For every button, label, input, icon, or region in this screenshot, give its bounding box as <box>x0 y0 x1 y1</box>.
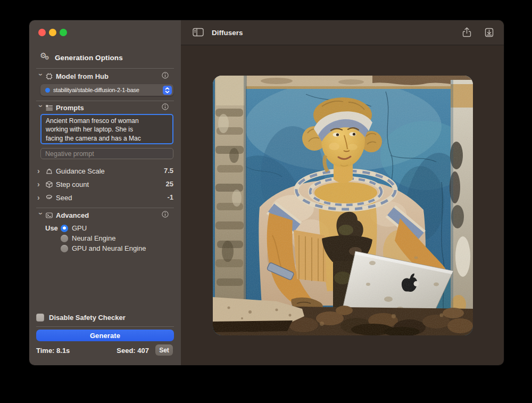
prompts-icon <box>45 104 53 112</box>
model-select-value: stabilityai/stable-diffusion-2-1-base <box>53 87 163 93</box>
radio-gpu[interactable] <box>61 225 68 232</box>
set-seed-button[interactable]: Set <box>155 344 173 356</box>
chevron-down-icon: › <box>37 105 45 111</box>
divider <box>36 68 174 69</box>
radio-gpu-and-neural-engine[interactable] <box>61 245 68 252</box>
divider <box>36 208 174 208</box>
advanced-section-header[interactable]: › Advanced <box>37 210 174 220</box>
prompt-line: working with her laptop. She is <box>46 125 168 134</box>
titlebar: Diffusers <box>181 20 504 45</box>
canvas-area <box>181 45 504 365</box>
disable-safety-checkbox[interactable] <box>36 314 44 322</box>
prompt-line: Ancient Roman fresco of woman <box>46 117 168 125</box>
close-button[interactable] <box>38 29 46 36</box>
model-dot-icon <box>45 88 50 93</box>
save-image-icon[interactable] <box>484 27 494 38</box>
model-select[interactable]: stabilityai/stable-diffusion-2-1-base <box>40 84 173 96</box>
gears-icon: ⚙⚙ <box>40 53 51 62</box>
fresco-illustration <box>213 76 473 335</box>
zoom-button[interactable] <box>60 29 67 36</box>
prompt-input[interactable]: Ancient Roman fresco of woman working wi… <box>40 114 173 144</box>
minimize-button[interactable] <box>49 29 56 36</box>
share-icon[interactable] <box>462 27 472 38</box>
app-window: ⚙⚙ Generation Options › Model from Hub <box>29 20 504 365</box>
guidance-scale-value: 7.5 <box>164 167 173 175</box>
cpu-icon <box>45 72 53 80</box>
step-count-label: Step count <box>56 180 89 188</box>
screen: ⚙⚙ Generation Options › Model from Hub <box>0 0 532 403</box>
prompts-section-header[interactable]: › Prompts <box>37 103 174 112</box>
seed-label: Seed <box>56 194 72 202</box>
popup-chevrons-icon <box>163 86 172 95</box>
prompt-line: facing the camera and has a Mac <box>46 134 168 143</box>
sidebar: ⚙⚙ Generation Options › Model from Hub <box>29 20 181 365</box>
seed-value: -1 <box>167 193 173 201</box>
time-status: Time: 8.1s <box>36 347 70 355</box>
model-section-label: Model from Hub <box>56 72 109 80</box>
generate-button[interactable]: Generate <box>36 330 174 341</box>
chevron-right-icon: › <box>37 167 44 175</box>
chevron-right-icon: › <box>37 193 44 202</box>
info-icon[interactable] <box>161 210 169 218</box>
terminal-icon <box>45 211 53 219</box>
prompts-section-label: Prompts <box>56 104 84 112</box>
sidebar-toggle-icon[interactable] <box>193 28 204 37</box>
divider <box>36 326 174 327</box>
main-panel: Diffusers <box>181 20 504 365</box>
step-count-value: 25 <box>166 180 173 188</box>
chevron-down-icon: › <box>37 73 45 80</box>
advanced-section-label: Advanced <box>56 211 89 219</box>
negative-prompt-input[interactable] <box>40 148 173 159</box>
radio-gpu-and-neural-engine-label: GPU and Neural Engine <box>72 244 146 252</box>
info-icon[interactable] <box>161 71 169 79</box>
guidance-scale-row[interactable]: › Guidance Scale <box>37 166 174 176</box>
info-icon[interactable] <box>161 103 169 111</box>
chevron-right-icon: › <box>37 180 44 188</box>
guidance-scale-label: Guidance Scale <box>56 167 105 175</box>
window-title: Diffusers <box>212 29 243 37</box>
use-label: Use <box>45 224 58 232</box>
radio-neural-engine-label: Neural Engine <box>72 234 115 242</box>
leaf-icon <box>45 194 53 202</box>
seed-status: Seed: 407 <box>117 347 149 355</box>
seed-row[interactable]: › Seed <box>37 193 174 202</box>
radio-neural-engine[interactable] <box>61 235 68 242</box>
disable-safety-label: Disable Safety Checker <box>49 314 126 322</box>
model-section-header[interactable]: › Model from Hub <box>37 71 174 81</box>
generated-image <box>213 76 473 335</box>
cube-icon <box>45 180 53 188</box>
sidebar-title: Generation Options <box>55 54 123 62</box>
radio-gpu-label: GPU <box>72 224 87 232</box>
divider <box>36 101 174 101</box>
chevron-down-icon: › <box>37 212 45 219</box>
step-count-row[interactable]: › Step count <box>37 179 174 189</box>
scale-icon <box>45 167 53 175</box>
generation-options-header: ⚙⚙ Generation Options <box>40 53 123 62</box>
